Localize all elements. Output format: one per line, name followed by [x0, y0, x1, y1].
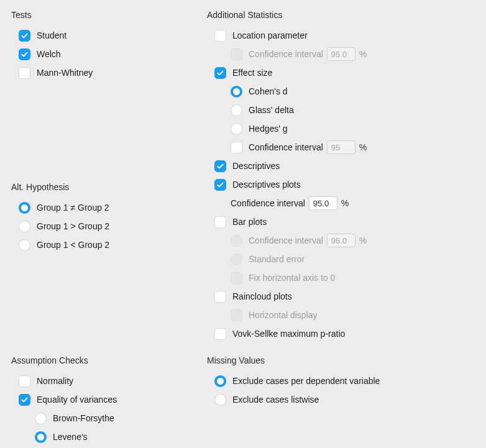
effect-ci-checkbox[interactable] [231, 142, 242, 153]
mann-whitney-label: Mann-Whitney [37, 68, 93, 78]
effect-size-label: Effect size [232, 68, 272, 78]
location-ci-label: Confidence interval [249, 49, 323, 59]
cohens-d-radio[interactable] [231, 86, 242, 98]
vovk-label: Vovk-Sellke maximum p-ratio [232, 329, 345, 339]
descriptives-label: Descriptives [232, 161, 280, 171]
vovk-checkbox[interactable] [214, 328, 226, 340]
alt-gt-label: Group 1 > Group 2 [37, 221, 109, 231]
dp-ci-unit: % [341, 198, 349, 208]
cohens-d-label: Cohen's d [249, 86, 288, 96]
levene-label: Levene's [53, 432, 88, 442]
dp-ci-input[interactable] [309, 196, 337, 210]
dp-ci-label: Confidence interval [231, 198, 305, 208]
hedges-g-radio[interactable] [231, 123, 242, 135]
alt-hypothesis-title: Alt. Hypothesis [11, 182, 207, 192]
alt-neq-label: Group 1 ≠ Group 2 [37, 203, 109, 213]
raincloud-h-label: Horizontal display [249, 310, 318, 320]
brown-forsythe-label: Brown-Forsythe [53, 413, 114, 423]
descriptives-plots-checkbox[interactable] [214, 179, 226, 191]
addl-stats-title: Additional Statistics [207, 10, 475, 20]
location-ci-input [327, 47, 355, 61]
alt-neq-radio[interactable] [19, 202, 30, 214]
raincloud-h-checkbox [231, 309, 242, 321]
missing-values-title: Missing Values [207, 355, 475, 365]
welch-checkbox[interactable] [19, 48, 30, 60]
alt-gt-radio[interactable] [19, 221, 30, 232]
bar-se-label: Standard error [249, 254, 305, 264]
alt-lt-radio[interactable] [19, 239, 30, 251]
raincloud-checkbox[interactable] [214, 291, 226, 303]
welch-label: Welch [37, 49, 61, 59]
bar-plots-checkbox[interactable] [214, 216, 226, 228]
bar-ci-label: Confidence interval [249, 235, 323, 245]
eqvar-label: Equality of variances [37, 395, 117, 405]
student-checkbox[interactable] [19, 30, 30, 42]
brown-forsythe-radio[interactable] [35, 413, 47, 424]
eqvar-checkbox[interactable] [19, 394, 30, 406]
bar-se-radio [231, 254, 242, 265]
location-checkbox[interactable] [214, 30, 226, 42]
normality-label: Normality [37, 376, 73, 386]
bar-ci-input [327, 234, 355, 247]
student-label: Student [37, 30, 66, 40]
tests-title: Tests [11, 10, 207, 20]
location-ci-checkbox [231, 48, 242, 60]
hedges-g-label: Hedges' g [249, 124, 288, 134]
missing-per-dep-radio[interactable] [214, 375, 226, 387]
bar-fix-checkbox [231, 272, 242, 284]
glass-delta-radio[interactable] [231, 104, 242, 116]
missing-listwise-label: Exclude cases listwise [232, 395, 319, 405]
normality-checkbox[interactable] [19, 375, 30, 387]
descriptives-checkbox[interactable] [214, 160, 226, 172]
effect-ci-unit: % [359, 142, 367, 152]
location-ci-unit: % [359, 49, 367, 59]
effect-ci-input [327, 140, 355, 154]
effect-ci-label: Confidence interval [249, 142, 323, 152]
missing-per-dep-label: Exclude cases per dependent variable [232, 376, 380, 386]
bar-plots-label: Bar plots [232, 217, 267, 227]
bar-ci-unit: % [359, 235, 367, 245]
descriptives-plots-label: Descriptives plots [232, 180, 301, 190]
alt-lt-label: Group 1 < Group 2 [37, 240, 109, 250]
bar-ci-radio [231, 235, 242, 247]
raincloud-label: Raincloud plots [232, 291, 292, 301]
location-label: Location parameter [232, 30, 308, 40]
missing-listwise-radio[interactable] [214, 394, 226, 406]
glass-delta-label: Glass' delta [249, 105, 294, 115]
assumption-checks-title: Assumption Checks [11, 355, 207, 365]
levene-radio[interactable] [35, 431, 47, 443]
bar-fix-label: Fix horizontal axis to 0 [249, 273, 335, 283]
mann-whitney-checkbox[interactable] [19, 67, 30, 79]
effect-size-checkbox[interactable] [214, 67, 226, 79]
